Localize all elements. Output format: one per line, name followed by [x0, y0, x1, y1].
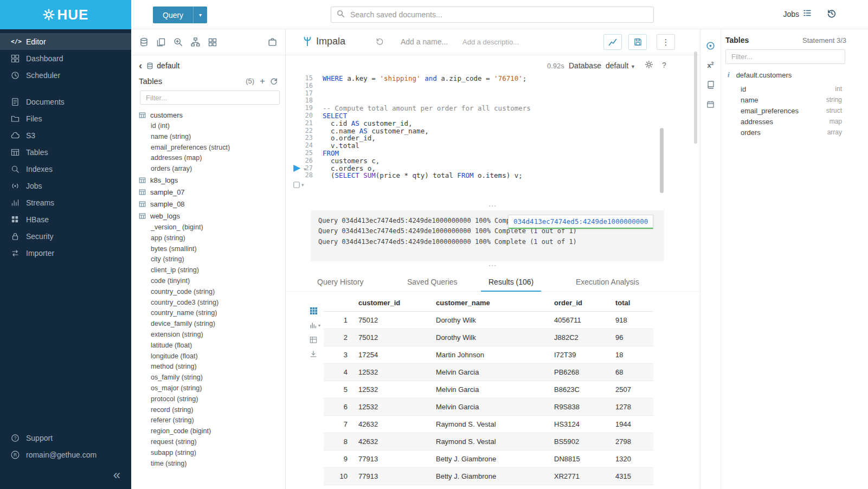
table-item[interactable]: sample_08: [131, 198, 285, 210]
assistant-icon[interactable]: [700, 36, 721, 55]
download-icon[interactable]: [310, 350, 317, 358]
tab-saved-queries[interactable]: Saved Queries: [400, 273, 465, 291]
hue-logo[interactable]: HUE: [0, 0, 131, 29]
documents-icon[interactable]: [157, 38, 165, 47]
query-name-field[interactable]: Add a name...: [401, 37, 448, 46]
sidebar-item-documents[interactable]: Documents: [0, 93, 131, 110]
save-button[interactable]: [628, 34, 647, 50]
column-item[interactable]: client_ip (string): [131, 265, 285, 276]
query-id-tooltip[interactable]: 034d413ec7474ed5:4249de1000000000: [508, 215, 653, 229]
column-item[interactable]: addresses (map): [131, 153, 285, 164]
sidebar-item-scheduler[interactable]: Scheduler: [0, 67, 131, 83]
global-search[interactable]: [331, 7, 654, 23]
table-row[interactable]: 742632Raymond S. VestalHS31241944: [324, 416, 653, 433]
help-icon[interactable]: ?: [662, 61, 666, 69]
right-filter-input[interactable]: [730, 52, 840, 61]
column-item[interactable]: os_family (string): [131, 372, 285, 383]
settings-gear-icon[interactable]: [645, 60, 653, 69]
sidebar-item-security[interactable]: Security: [0, 228, 131, 244]
column-item[interactable]: email_preferences (struct): [131, 143, 285, 153]
column-item[interactable]: bytes (smallint): [131, 244, 285, 255]
add-table-icon[interactable]: +: [260, 77, 265, 85]
sidebar-item-streams[interactable]: Streams: [0, 194, 131, 211]
chart-button[interactable]: [603, 34, 622, 50]
table-item[interactable]: sample_07: [131, 186, 285, 198]
column-item[interactable]: record (string): [131, 405, 285, 416]
queries-bag-icon[interactable]: [268, 37, 277, 47]
grid-view-icon[interactable]: [310, 307, 318, 315]
column-item[interactable]: method (string): [131, 362, 285, 372]
column-item[interactable]: extension (string): [131, 330, 285, 340]
column-item[interactable]: latitude (float): [131, 340, 285, 351]
column-item[interactable]: protocol (string): [131, 394, 285, 405]
execute-button[interactable]: ▶: [293, 163, 300, 172]
table-row[interactable]: 317254Martin JohnsonI72T3918: [324, 346, 653, 364]
column-item[interactable]: idint: [721, 83, 868, 94]
column-item[interactable]: referer (string): [131, 415, 285, 426]
active-table-row[interactable]: i default.customers: [725, 70, 864, 79]
sidebar-item-dashboard[interactable]: Dashboard: [0, 50, 131, 67]
column-item[interactable]: ordersarray: [721, 127, 868, 138]
engine-name[interactable]: Impala: [316, 36, 345, 47]
table-row[interactable]: 175012Dorothy Wilk4056711918: [324, 312, 653, 329]
sidebar-item-s3[interactable]: S3: [0, 127, 131, 144]
table-filter[interactable]: [140, 91, 280, 105]
tab-query-history[interactable]: Query History: [310, 273, 371, 291]
table-row[interactable]: 842632Raymond S. VestalBS59022798: [324, 433, 653, 451]
main-scrollbar[interactable]: [694, 52, 697, 144]
editor-scrollbar[interactable]: [660, 128, 664, 193]
column-item[interactable]: request (string): [131, 437, 285, 448]
sidebar-item-tables[interactable]: Tables: [0, 144, 131, 160]
column-item[interactable]: orders (array): [131, 164, 285, 175]
breadcrumb-database[interactable]: default: [157, 61, 179, 70]
search-input[interactable]: [349, 10, 648, 20]
query-history-icon[interactable]: [827, 9, 837, 21]
back-chevron-icon[interactable]: ‹: [139, 62, 142, 69]
kebab-menu-button[interactable]: ⋮: [657, 34, 675, 50]
code-editor[interactable]: 15WHERE a.key = 'shipping' and a.zip_cod…: [286, 75, 665, 179]
sidebar-footer-support[interactable]: ?Support: [0, 429, 131, 446]
query-dropdown-button[interactable]: ▾: [193, 7, 207, 23]
sidebar-footer-user[interactable]: Rromain@gethue.com: [0, 446, 131, 463]
table-row[interactable]: 612532Melvin GarciaR9S8381278: [324, 398, 653, 416]
column-item[interactable]: namestring: [721, 94, 868, 105]
sidebar-item-indexes[interactable]: Indexes: [0, 160, 131, 177]
sidebar-item-importer[interactable]: Importer: [0, 244, 131, 261]
sitemap-icon[interactable]: [191, 37, 200, 47]
table-row[interactable]: 512532Melvin GarciaB8623C2507: [324, 381, 653, 398]
functions-icon[interactable]: x2: [700, 55, 721, 75]
new-query-button[interactable]: Query: [153, 7, 193, 23]
database-select[interactable]: default▼: [606, 61, 635, 70]
apps-grid-icon[interactable]: [208, 38, 217, 47]
execute-dropdown-icon[interactable]: ▾: [304, 166, 306, 172]
editor-history-icon[interactable]: [376, 37, 384, 48]
table-row[interactable]: 977913Betty J. GiambroneDN88151320: [324, 451, 653, 468]
column-item[interactable]: region_code (bigint): [131, 426, 285, 437]
table-item[interactable]: customers: [131, 109, 285, 121]
column-item[interactable]: app (string): [131, 233, 285, 244]
column-item[interactable]: addressesmap: [721, 116, 868, 127]
table-row[interactable]: 412532Melvin GarciaPB626868: [324, 364, 653, 381]
column-item[interactable]: country_code3 (string): [131, 298, 285, 308]
schedule-icon[interactable]: [700, 94, 721, 114]
tab-results[interactable]: Results (106): [481, 273, 541, 292]
language-reference-icon[interactable]: [700, 75, 721, 94]
sidebar-item-jobs[interactable]: Jobs: [0, 177, 131, 194]
column-item[interactable]: url (string): [131, 469, 285, 471]
right-table-filter[interactable]: [725, 49, 845, 64]
info-icon[interactable]: i: [728, 70, 730, 79]
statement-menu-icon[interactable]: ▾: [293, 181, 304, 189]
column-item[interactable]: os_major (string): [131, 383, 285, 394]
jobs-link[interactable]: Jobs: [783, 9, 812, 19]
chart-view-icon[interactable]: ▾: [310, 321, 320, 329]
column-item[interactable]: _version_ (bigint): [131, 222, 285, 233]
column-item[interactable]: time (string): [131, 459, 285, 469]
zoom-icon[interactable]: [173, 37, 183, 47]
column-item[interactable]: id (int): [131, 121, 285, 132]
query-description-field[interactable]: Add a descriptio...: [462, 38, 519, 46]
databases-icon[interactable]: [139, 37, 149, 47]
column-item[interactable]: device_family (string): [131, 319, 285, 330]
resize-handle[interactable]: ⋯: [286, 204, 700, 210]
column-item[interactable]: longitude (float): [131, 351, 285, 362]
column-item[interactable]: email_preferencesstruct: [721, 105, 868, 116]
